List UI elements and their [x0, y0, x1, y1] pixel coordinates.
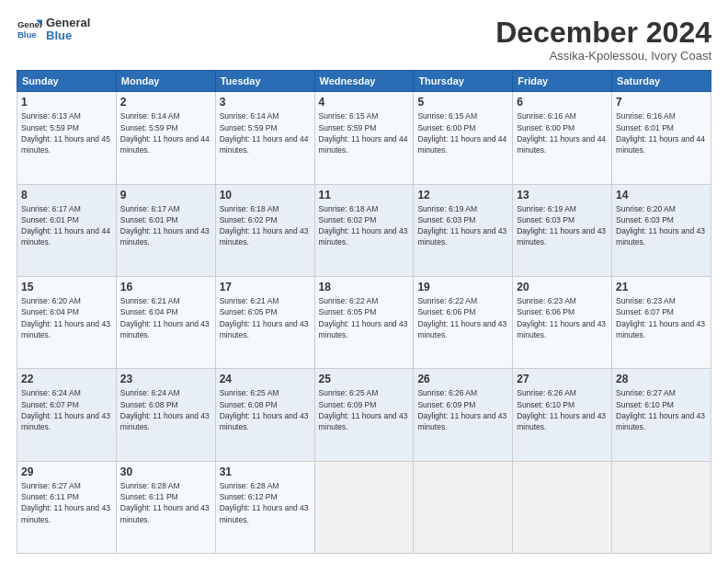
- calendar-cell: [414, 461, 513, 553]
- day-info: Sunrise: 6:18 AM Sunset: 6:02 PM Dayligh…: [220, 203, 311, 248]
- day-info: Sunrise: 6:27 AM Sunset: 6:11 PM Dayligh…: [21, 480, 112, 525]
- day-number: 22: [21, 373, 112, 385]
- day-info: Sunrise: 6:20 AM Sunset: 6:04 PM Dayligh…: [21, 295, 112, 340]
- day-info: Sunrise: 6:19 AM Sunset: 6:03 PM Dayligh…: [517, 203, 608, 248]
- day-info: Sunrise: 6:26 AM Sunset: 6:10 PM Dayligh…: [517, 387, 608, 432]
- logo: General Blue General Blue: [17, 17, 90, 43]
- day-info: Sunrise: 6:19 AM Sunset: 6:03 PM Dayligh…: [417, 203, 508, 248]
- dow-header: Friday: [513, 71, 612, 92]
- day-number: 14: [616, 189, 707, 201]
- calendar-cell: 4Sunrise: 6:15 AM Sunset: 5:59 PM Daylig…: [314, 92, 414, 184]
- calendar-cell: 23Sunrise: 6:24 AM Sunset: 6:08 PM Dayli…: [116, 369, 215, 461]
- day-info: Sunrise: 6:26 AM Sunset: 6:09 PM Dayligh…: [417, 387, 508, 432]
- day-number: 31: [220, 465, 311, 478]
- calendar-cell: [314, 461, 414, 553]
- calendar-cell: 22Sunrise: 6:24 AM Sunset: 6:07 PM Dayli…: [17, 369, 117, 461]
- day-number: 10: [220, 189, 311, 201]
- dow-header: Wednesday: [314, 71, 414, 92]
- month-title: December 2024: [495, 17, 711, 49]
- day-number: 29: [21, 465, 112, 478]
- day-info: Sunrise: 6:28 AM Sunset: 6:11 PM Dayligh…: [120, 480, 211, 525]
- svg-text:Blue: Blue: [17, 29, 37, 40]
- dow-header: Monday: [116, 71, 215, 92]
- day-number: 5: [417, 96, 508, 109]
- dow-header: Tuesday: [215, 71, 314, 92]
- day-info: Sunrise: 6:28 AM Sunset: 6:12 PM Dayligh…: [220, 480, 311, 525]
- calendar-cell: 19Sunrise: 6:22 AM Sunset: 6:06 PM Dayli…: [414, 276, 513, 368]
- day-number: 7: [616, 96, 707, 109]
- day-number: 13: [517, 189, 608, 201]
- day-info: Sunrise: 6:23 AM Sunset: 6:07 PM Dayligh…: [616, 295, 707, 340]
- day-info: Sunrise: 6:15 AM Sunset: 5:59 PM Dayligh…: [319, 110, 410, 155]
- day-info: Sunrise: 6:17 AM Sunset: 6:01 PM Dayligh…: [21, 203, 112, 248]
- calendar-cell: [612, 461, 711, 553]
- calendar-cell: 25Sunrise: 6:25 AM Sunset: 6:09 PM Dayli…: [314, 369, 414, 461]
- day-info: Sunrise: 6:17 AM Sunset: 6:01 PM Dayligh…: [120, 203, 211, 248]
- location: Assika-Kpolessou, Ivory Coast: [495, 49, 711, 63]
- calendar-cell: 12Sunrise: 6:19 AM Sunset: 6:03 PM Dayli…: [414, 184, 513, 276]
- calendar-cell: 14Sunrise: 6:20 AM Sunset: 6:03 PM Dayli…: [612, 184, 711, 276]
- day-number: 17: [220, 281, 311, 293]
- calendar-cell: 15Sunrise: 6:20 AM Sunset: 6:04 PM Dayli…: [17, 276, 117, 368]
- calendar-cell: 1Sunrise: 6:13 AM Sunset: 5:59 PM Daylig…: [17, 92, 117, 184]
- day-info: Sunrise: 6:24 AM Sunset: 6:07 PM Dayligh…: [21, 387, 112, 432]
- calendar-cell: 27Sunrise: 6:26 AM Sunset: 6:10 PM Dayli…: [513, 369, 612, 461]
- calendar-cell: 3Sunrise: 6:14 AM Sunset: 5:59 PM Daylig…: [215, 92, 314, 184]
- day-info: Sunrise: 6:25 AM Sunset: 6:08 PM Dayligh…: [220, 387, 311, 432]
- calendar-cell: 31Sunrise: 6:28 AM Sunset: 6:12 PM Dayli…: [215, 461, 314, 553]
- day-number: 2: [120, 96, 211, 109]
- calendar-cell: 5Sunrise: 6:15 AM Sunset: 6:00 PM Daylig…: [414, 92, 513, 184]
- day-number: 9: [120, 189, 211, 201]
- calendar-cell: 26Sunrise: 6:26 AM Sunset: 6:09 PM Dayli…: [414, 369, 513, 461]
- calendar-cell: 7Sunrise: 6:16 AM Sunset: 6:01 PM Daylig…: [612, 92, 711, 184]
- logo-line1: General: [46, 17, 90, 29]
- day-number: 21: [616, 281, 707, 293]
- day-number: 28: [616, 373, 707, 385]
- calendar-cell: 16Sunrise: 6:21 AM Sunset: 6:04 PM Dayli…: [116, 276, 215, 368]
- calendar-cell: 11Sunrise: 6:18 AM Sunset: 6:02 PM Dayli…: [314, 184, 414, 276]
- title-block: December 2024 Assika-Kpolessou, Ivory Co…: [495, 17, 711, 63]
- day-info: Sunrise: 6:22 AM Sunset: 6:06 PM Dayligh…: [417, 295, 508, 340]
- day-info: Sunrise: 6:22 AM Sunset: 6:05 PM Dayligh…: [319, 295, 410, 340]
- calendar-cell: 30Sunrise: 6:28 AM Sunset: 6:11 PM Dayli…: [116, 461, 215, 553]
- day-info: Sunrise: 6:16 AM Sunset: 6:01 PM Dayligh…: [616, 110, 707, 155]
- calendar-cell: 29Sunrise: 6:27 AM Sunset: 6:11 PM Dayli…: [17, 461, 117, 553]
- day-number: 1: [21, 96, 112, 109]
- calendar-cell: 8Sunrise: 6:17 AM Sunset: 6:01 PM Daylig…: [17, 184, 117, 276]
- day-info: Sunrise: 6:14 AM Sunset: 5:59 PM Dayligh…: [220, 110, 311, 155]
- day-info: Sunrise: 6:27 AM Sunset: 6:10 PM Dayligh…: [616, 387, 707, 432]
- day-number: 6: [517, 96, 608, 109]
- calendar-cell: 17Sunrise: 6:21 AM Sunset: 6:05 PM Dayli…: [215, 276, 314, 368]
- dow-header: Thursday: [414, 71, 513, 92]
- day-number: 19: [417, 281, 508, 293]
- day-info: Sunrise: 6:21 AM Sunset: 6:04 PM Dayligh…: [120, 295, 211, 340]
- day-number: 8: [21, 189, 112, 201]
- day-info: Sunrise: 6:20 AM Sunset: 6:03 PM Dayligh…: [616, 203, 707, 248]
- day-number: 24: [220, 373, 311, 385]
- day-number: 12: [417, 189, 508, 201]
- calendar-cell: 21Sunrise: 6:23 AM Sunset: 6:07 PM Dayli…: [612, 276, 711, 368]
- day-info: Sunrise: 6:15 AM Sunset: 6:00 PM Dayligh…: [417, 110, 508, 155]
- day-info: Sunrise: 6:25 AM Sunset: 6:09 PM Dayligh…: [319, 387, 410, 432]
- day-info: Sunrise: 6:21 AM Sunset: 6:05 PM Dayligh…: [220, 295, 311, 340]
- dow-header: Saturday: [612, 71, 711, 92]
- day-info: Sunrise: 6:24 AM Sunset: 6:08 PM Dayligh…: [120, 387, 211, 432]
- dow-header: Sunday: [17, 71, 117, 92]
- day-number: 4: [319, 96, 410, 109]
- calendar-cell: 13Sunrise: 6:19 AM Sunset: 6:03 PM Dayli…: [513, 184, 612, 276]
- day-number: 3: [220, 96, 311, 109]
- day-info: Sunrise: 6:18 AM Sunset: 6:02 PM Dayligh…: [319, 203, 410, 248]
- calendar-cell: 9Sunrise: 6:17 AM Sunset: 6:01 PM Daylig…: [116, 184, 215, 276]
- day-number: 16: [120, 281, 211, 293]
- logo-line2: Blue: [46, 29, 90, 42]
- day-number: 15: [21, 281, 112, 293]
- day-number: 26: [417, 373, 508, 385]
- day-number: 18: [319, 281, 410, 293]
- day-info: Sunrise: 6:16 AM Sunset: 6:00 PM Dayligh…: [517, 110, 608, 155]
- calendar-cell: 18Sunrise: 6:22 AM Sunset: 6:05 PM Dayli…: [314, 276, 414, 368]
- calendar-cell: 2Sunrise: 6:14 AM Sunset: 5:59 PM Daylig…: [116, 92, 215, 184]
- calendar-cell: 6Sunrise: 6:16 AM Sunset: 6:00 PM Daylig…: [513, 92, 612, 184]
- calendar: SundayMondayTuesdayWednesdayThursdayFrid…: [17, 70, 711, 554]
- day-number: 20: [517, 281, 608, 293]
- day-number: 23: [120, 373, 211, 385]
